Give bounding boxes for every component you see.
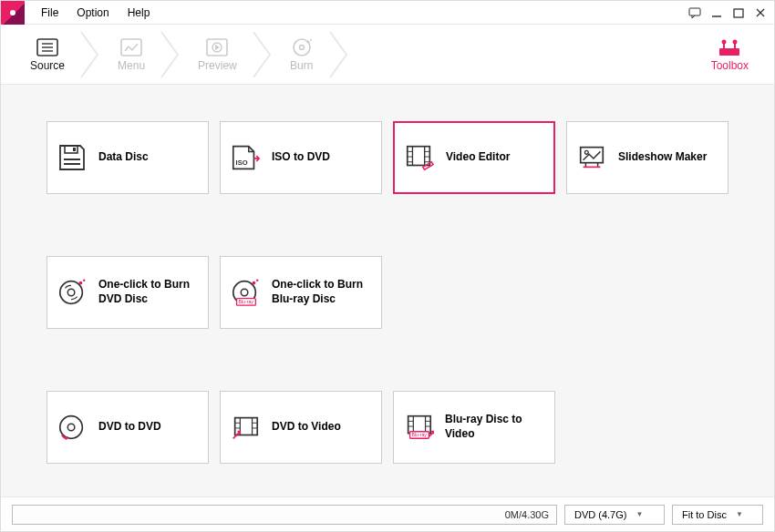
bluray-to-video-icon: Blu-ray bbox=[403, 412, 434, 443]
tile-label: DVD to Video bbox=[272, 420, 341, 435]
disc-type-dropdown[interactable]: DVD (4.7G) ▼ bbox=[564, 505, 665, 525]
step-source[interactable]: Source bbox=[17, 25, 78, 85]
tile-slideshow-maker[interactable]: Slideshow Maker bbox=[566, 121, 728, 194]
svg-point-52 bbox=[60, 416, 83, 439]
tile-label: Blu-ray Disc to Video bbox=[445, 413, 545, 441]
tile-video-editor[interactable]: Video Editor bbox=[393, 121, 555, 194]
window-controls bbox=[688, 6, 767, 19]
tile-label: Data Disc bbox=[98, 150, 149, 165]
app-logo bbox=[1, 1, 25, 25]
svg-point-47 bbox=[241, 289, 248, 296]
step-preview-label: Preview bbox=[198, 59, 237, 72]
svg-text:Blu-ray: Blu-ray bbox=[411, 432, 427, 437]
svg-point-16 bbox=[306, 40, 309, 43]
svg-text:Blu-ray: Blu-ray bbox=[238, 299, 253, 304]
svg-rect-18 bbox=[719, 48, 739, 56]
tile-dvd-to-dvd[interactable]: DVD to DVD bbox=[46, 391, 209, 464]
tile-data-disc[interactable]: Data Disc bbox=[46, 121, 209, 194]
toolbox-label: Toolbox bbox=[711, 59, 749, 72]
menu-step-icon bbox=[119, 37, 143, 57]
svg-rect-25 bbox=[64, 159, 80, 160]
svg-rect-3 bbox=[734, 9, 743, 17]
svg-rect-24 bbox=[73, 148, 76, 151]
step-burn[interactable]: Burn bbox=[277, 25, 326, 85]
tile-iso-to-dvd[interactable]: ISO ISO to DVD bbox=[220, 121, 382, 194]
progress-text: 0M/4.30G bbox=[505, 509, 549, 520]
titlebar: File Option Help bbox=[1, 1, 774, 25]
step-arrow-icon bbox=[250, 30, 277, 79]
disc-type-value: DVD (4.7G) bbox=[574, 509, 626, 520]
step-bar: Source Menu Preview Burn Toolbox bbox=[1, 25, 774, 85]
menubar: File Option Help bbox=[32, 3, 159, 23]
chevron-down-icon: ▼ bbox=[636, 510, 643, 518]
floppy-icon bbox=[57, 142, 88, 173]
svg-point-22 bbox=[733, 39, 738, 44]
content-area: Data Disc ISO ISO to DVD Video Editor Sl… bbox=[1, 85, 774, 496]
svg-rect-1 bbox=[689, 8, 700, 15]
step-source-label: Source bbox=[30, 59, 65, 72]
tile-grid: Data Disc ISO ISO to DVD Video Editor Sl… bbox=[46, 121, 728, 464]
svg-point-51 bbox=[256, 280, 258, 281]
fit-value: Fit to Disc bbox=[682, 509, 727, 520]
step-menu[interactable]: Menu bbox=[105, 25, 158, 85]
progress-bar: 0M/4.30G bbox=[12, 505, 557, 525]
menu-option[interactable]: Option bbox=[67, 3, 118, 23]
svg-rect-28 bbox=[408, 147, 430, 166]
disc-burn-icon bbox=[57, 277, 88, 308]
tile-bluray-to-video[interactable]: Blu-ray Blu-ray Disc to Video bbox=[393, 391, 555, 464]
close-button[interactable] bbox=[754, 6, 767, 19]
step-arrow-icon bbox=[326, 30, 354, 79]
svg-point-15 bbox=[299, 45, 304, 49]
step-burn-label: Burn bbox=[290, 59, 313, 72]
step-arrow-icon bbox=[158, 30, 185, 79]
step-menu-label: Menu bbox=[118, 59, 145, 72]
svg-point-50 bbox=[253, 281, 256, 285]
slideshow-icon bbox=[576, 142, 607, 173]
svg-rect-10 bbox=[121, 39, 141, 56]
svg-point-42 bbox=[60, 281, 83, 304]
tile-label: Slideshow Maker bbox=[618, 150, 707, 165]
tile-label: One-click to Burn DVD Disc bbox=[98, 278, 199, 306]
svg-rect-37 bbox=[581, 148, 604, 163]
menu-help[interactable]: Help bbox=[119, 3, 160, 23]
preview-icon bbox=[205, 37, 229, 57]
svg-point-45 bbox=[83, 280, 85, 281]
minimize-button[interactable] bbox=[710, 6, 723, 19]
svg-point-17 bbox=[310, 39, 312, 41]
svg-text:ISO: ISO bbox=[236, 159, 248, 168]
svg-point-21 bbox=[722, 39, 727, 44]
iso-icon: ISO bbox=[230, 142, 261, 173]
svg-point-44 bbox=[79, 281, 83, 285]
fit-dropdown[interactable]: Fit to Disc ▼ bbox=[672, 505, 763, 525]
svg-point-43 bbox=[67, 289, 75, 296]
toolbox-icon bbox=[717, 37, 742, 57]
feedback-icon[interactable] bbox=[688, 6, 701, 19]
chevron-down-icon: ▼ bbox=[736, 510, 743, 518]
bluray-burn-icon: Blu-ray bbox=[230, 277, 261, 308]
svg-rect-62 bbox=[408, 416, 431, 434]
svg-point-53 bbox=[67, 424, 75, 431]
tile-oneclick-dvd[interactable]: One-click to Burn DVD Disc bbox=[46, 256, 209, 329]
source-icon bbox=[36, 37, 59, 57]
disc-copy-icon bbox=[57, 412, 88, 443]
menu-file[interactable]: File bbox=[32, 3, 67, 23]
tile-oneclick-bluray[interactable]: Blu-ray One-click to Burn Blu-ray Disc bbox=[220, 256, 382, 329]
tile-label: ISO to DVD bbox=[272, 150, 330, 165]
burn-icon bbox=[290, 37, 314, 57]
tile-label: One-click to Burn Blu-ray Disc bbox=[272, 278, 372, 306]
statusbar: 0M/4.30G DVD (4.7G) ▼ Fit to Disc ▼ bbox=[1, 496, 774, 531]
toolbox-button[interactable]: Toolbox bbox=[702, 37, 758, 72]
dvd-to-video-icon bbox=[230, 412, 261, 443]
maximize-button[interactable] bbox=[732, 6, 745, 19]
svg-marker-13 bbox=[215, 45, 220, 50]
tile-label: DVD to DVD bbox=[98, 420, 161, 435]
tile-dvd-to-video[interactable]: DVD to Video bbox=[220, 391, 382, 464]
video-editor-icon bbox=[404, 142, 435, 173]
step-arrow-icon bbox=[78, 30, 105, 79]
svg-point-0 bbox=[10, 10, 16, 15]
tile-label: Video Editor bbox=[446, 150, 510, 165]
step-preview[interactable]: Preview bbox=[185, 25, 250, 85]
svg-point-38 bbox=[584, 150, 588, 154]
svg-rect-26 bbox=[64, 163, 80, 165]
